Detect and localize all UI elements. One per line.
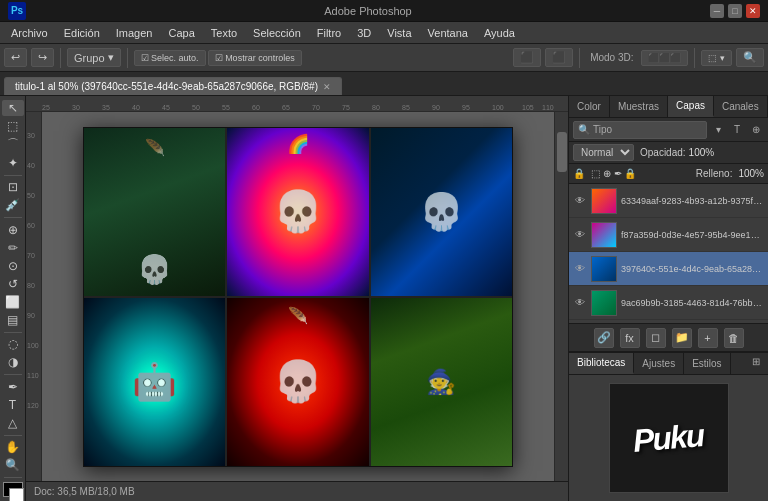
tool-history[interactable]: ↺: [2, 276, 24, 292]
auto-select[interactable]: ☑ Selec. auto.: [134, 50, 206, 66]
layer-delete-btn[interactable]: 🗑: [724, 328, 744, 348]
group-selector[interactable]: Grupo ▾: [67, 48, 121, 67]
menu-texto[interactable]: Texto: [204, 25, 244, 41]
layer-filter-btn[interactable]: ▾: [710, 122, 726, 138]
layers-search[interactable]: 🔍 Tipo: [573, 121, 707, 139]
tool-undo[interactable]: ↩: [4, 48, 27, 67]
distribute-h[interactable]: ⬛: [513, 48, 541, 67]
tool-hand[interactable]: ✋: [2, 439, 24, 455]
options-toolbar: ↩ ↪ Grupo ▾ ☑ Selec. auto. ☑ Mostrar con…: [0, 44, 768, 72]
panel-actions: ▾ T ⊕: [710, 122, 764, 138]
search-placeholder: Tipo: [593, 124, 612, 135]
tool-crop[interactable]: ⊡: [2, 179, 24, 195]
menu-seleccion[interactable]: Selección: [246, 25, 308, 41]
mode-3d-btn[interactable]: ⬛⬛⬛: [641, 50, 688, 66]
layer-thumbnail-4: [591, 290, 617, 316]
tab-close-button[interactable]: ✕: [323, 82, 331, 92]
right-panels: Color Muestras Capas Canales Trazados 🔍 …: [568, 96, 768, 501]
menu-imagen[interactable]: Imagen: [109, 25, 160, 41]
vertical-scrollbar[interactable]: [554, 112, 568, 481]
scroll-thumb-v[interactable]: [557, 132, 567, 172]
bottom-panels: Bibliotecas Ajustes Estilos ⊞ Puku: [569, 351, 768, 501]
menu-ayuda[interactable]: Ayuda: [477, 25, 522, 41]
layer-group-btn[interactable]: 📁: [672, 328, 692, 348]
tab-muestras[interactable]: Muestras: [610, 96, 668, 117]
tool-gradient[interactable]: ▤: [2, 312, 24, 328]
workspace-btn[interactable]: ⬚ ▾: [701, 50, 732, 66]
tool-text[interactable]: T: [2, 397, 24, 413]
layer-mask-btn[interactable]: ◻: [646, 328, 666, 348]
layer-new-btn[interactable]: +: [698, 328, 718, 348]
tab-capas[interactable]: Capas: [668, 96, 714, 117]
layer-visibility-4[interactable]: 👁: [573, 296, 587, 310]
panel-grid-btn[interactable]: ⊞: [748, 353, 764, 369]
layer-visibility-2[interactable]: 👁: [573, 228, 587, 242]
tool-heal[interactable]: ⊕: [2, 222, 24, 238]
tool-move[interactable]: ↖: [2, 100, 24, 116]
tool-lasso[interactable]: ⌒: [2, 136, 24, 153]
layer-item[interactable]: 👁 63349aaf-9283-4b93-a12b-9375f6fed...: [569, 184, 768, 218]
tab-color[interactable]: Color: [569, 96, 610, 117]
tab-ajustes[interactable]: Ajustes: [634, 353, 684, 374]
tab-label: titulo-1 al 50% (397640cc-551e-4d4c-9eab…: [15, 81, 318, 92]
layer-item[interactable]: 👁 9ac69b9b-3185-4463-81d4-76bb4808...: [569, 286, 768, 320]
layer-visibility-3[interactable]: 👁: [573, 262, 587, 276]
minimize-button[interactable]: ─: [710, 4, 724, 18]
document-tab[interactable]: titulo-1 al 50% (397640cc-551e-4d4c-9eab…: [4, 77, 342, 95]
layer-thumbnail-2: [591, 222, 617, 248]
menu-3d[interactable]: 3D: [350, 25, 378, 41]
menu-capa[interactable]: Capa: [161, 25, 201, 41]
layer-adjust-btn[interactable]: ⊕: [748, 122, 764, 138]
tool-zoom[interactable]: 🔍: [2, 457, 24, 473]
fill-value: 100%: [738, 168, 764, 179]
foreground-color[interactable]: [3, 482, 23, 497]
menu-archivo[interactable]: Archivo: [4, 25, 55, 41]
layer-item[interactable]: 👁 397640c-551e-4d4c-9eab-65a287c90...: [569, 252, 768, 286]
logo-preview-tile[interactable]: Puku: [609, 383, 729, 493]
tool-blur[interactable]: ◌: [2, 336, 24, 352]
tool-brush[interactable]: ✏: [2, 240, 24, 256]
tool-dodge[interactable]: ◑: [2, 354, 24, 370]
canvas-document: 💀 🪶 💀 🌈 💀: [83, 127, 513, 467]
background-color[interactable]: [9, 488, 24, 501]
menu-ventana[interactable]: Ventana: [421, 25, 475, 41]
top-panel-tabs: Color Muestras Capas Canales Trazados: [569, 96, 768, 118]
tab-canales[interactable]: Canales: [714, 96, 768, 117]
tab-estilos[interactable]: Estilos: [684, 353, 730, 374]
search-btn[interactable]: 🔍: [736, 48, 764, 67]
toolbar-separator-3: [579, 48, 580, 68]
tool-eyedropper[interactable]: 💉: [2, 197, 24, 213]
tab-bibliotecas[interactable]: Bibliotecas: [569, 353, 634, 374]
transform-controls[interactable]: ☑ Mostrar controles: [208, 50, 302, 66]
distribute-v[interactable]: ⬛: [545, 48, 573, 67]
tool-separator-3: [4, 332, 22, 333]
layer-item[interactable]: 👁 f87a359d-0d3e-4e57-95b4-9ee1b10d...: [569, 218, 768, 252]
fill-label: 🔒: [573, 168, 585, 179]
tool-quick-select[interactable]: ✦: [2, 155, 24, 171]
tool-redo[interactable]: ↪: [31, 48, 54, 67]
blend-mode-select[interactable]: Normal: [573, 144, 634, 161]
maximize-button[interactable]: □: [728, 4, 742, 18]
close-button[interactable]: ✕: [746, 4, 760, 18]
image-tile-6: 🧙: [371, 298, 512, 466]
layer-name-1: 63349aaf-9283-4b93-a12b-9375f6fed...: [621, 196, 764, 206]
tool-shape[interactable]: △: [2, 415, 24, 431]
opacity-row: Opacidad: 100%: [640, 147, 714, 158]
mode-3d-label: Modo 3D:: [586, 52, 637, 63]
tool-clone[interactable]: ⊙: [2, 258, 24, 274]
layer-thumbnail-3: [591, 256, 617, 282]
layer-fx-btn[interactable]: fx: [620, 328, 640, 348]
tool-select-rect[interactable]: ⬚: [2, 118, 24, 134]
logo-text: Puku: [632, 417, 705, 460]
canvas-viewport[interactable]: 💀 🪶 💀 🌈 💀: [42, 112, 554, 481]
tool-eraser[interactable]: ⬜: [2, 294, 24, 310]
menu-vista[interactable]: Vista: [380, 25, 418, 41]
layer-visibility-1[interactable]: 👁: [573, 194, 587, 208]
menu-filtro[interactable]: Filtro: [310, 25, 348, 41]
layer-link-btn[interactable]: 🔗: [594, 328, 614, 348]
menu-edicion[interactable]: Edición: [57, 25, 107, 41]
tab-bar: titulo-1 al 50% (397640cc-551e-4d4c-9eab…: [0, 72, 768, 96]
tool-pen[interactable]: ✒: [2, 379, 24, 395]
toolbar-separator-4: [694, 48, 695, 68]
layer-mode-btn[interactable]: T: [729, 122, 745, 138]
